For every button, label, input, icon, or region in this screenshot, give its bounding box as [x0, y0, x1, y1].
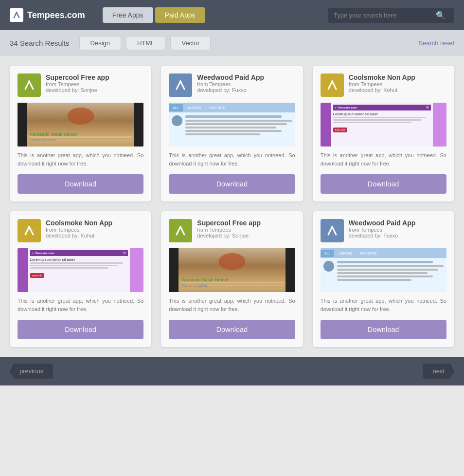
app-card-4: Supercool Free app from Tempees develope… — [161, 211, 303, 347]
card-header: Supercool Free app from Tempees develope… — [169, 219, 295, 242]
svg-point-6 — [331, 226, 333, 228]
card-title: Supercool Free app — [46, 73, 109, 81]
card-dev: developed by: Kohut — [349, 87, 415, 93]
prev-button[interactable]: previous — [10, 364, 53, 379]
svg-point-3 — [331, 80, 333, 82]
card-from: from Tempees — [349, 227, 416, 233]
svg-point-4 — [28, 226, 30, 228]
download-button[interactable]: Download — [321, 320, 446, 339]
svg-point-5 — [179, 226, 181, 228]
card-desc: This is another great app, which you not… — [169, 297, 295, 313]
free-apps-button[interactable]: Free Apps — [103, 7, 153, 23]
header: Tempees.com Free Apps Paid Apps 🔍 — [0, 0, 464, 30]
logo: Tempees.com — [10, 8, 85, 22]
search-bar: 🔍 — [328, 8, 454, 23]
card-desc: This is another great app, which you not… — [321, 297, 446, 313]
next-button[interactable]: next — [423, 364, 454, 379]
card-title-block: Weedwood Paid App from Tempees developed… — [349, 219, 416, 238]
card-dev: developed by: Sonjoe — [197, 233, 261, 238]
filter-vector[interactable]: Vector — [170, 36, 211, 50]
card-dev: developed by: Fuxxo — [197, 87, 264, 93]
card-from: from Tempees — [197, 81, 264, 87]
app-card-3: Coolsmoke Non App from Tempees developed… — [10, 211, 151, 347]
card-icon — [321, 219, 344, 242]
app-card-1: Weedwood Paid App from Tempees developed… — [161, 66, 303, 201]
card-dev: developed by: Sonjoe — [46, 87, 109, 93]
download-button[interactable]: Download — [18, 320, 143, 339]
download-button[interactable]: Download — [18, 174, 143, 194]
card-icon — [169, 73, 192, 97]
card-header: Weedwood Paid App from Tempees developed… — [321, 219, 446, 242]
svg-point-1 — [28, 80, 30, 82]
card-preview: Fantastic Steak DinnerDrinks included. — [18, 103, 143, 146]
app-card-0: Supercool Free app from Tempees develope… — [10, 66, 151, 201]
download-button[interactable]: Download — [169, 174, 295, 194]
footer: previous next — [0, 357, 464, 385]
sub-header: 34 Search Results Design HTML Vector Sea… — [0, 30, 464, 56]
card-title-block: Weedwood Paid App from Tempees developed… — [197, 73, 264, 93]
card-header: Weedwood Paid App from Tempees developed… — [169, 73, 295, 97]
app-grid: Supercool Free app from Tempees develope… — [10, 66, 454, 347]
card-preview: ≡ Tempees.com ✉ Lorem ipsum dolor sit am… — [18, 248, 143, 292]
card-desc: This is another great app, which you not… — [321, 151, 446, 167]
logo-icon — [10, 8, 23, 22]
filter-design[interactable]: Design — [79, 36, 121, 50]
card-title-block: Coolsmoke Non App from Tempees developed… — [349, 73, 415, 93]
card-header: Coolsmoke Non App from Tempees developed… — [18, 219, 143, 242]
card-preview: Fantastic Steak DinnerDrinks included. — [169, 248, 295, 292]
search-reset-button[interactable]: Search reset — [418, 39, 454, 47]
card-from: from Tempees — [46, 227, 112, 233]
card-icon — [321, 73, 344, 97]
card-title-block: Supercool Free app from Tempees develope… — [197, 219, 261, 238]
card-from: from Tempees — [46, 81, 109, 87]
logo-text: Tempees.com — [27, 10, 85, 20]
card-desc: This is another great app, which you not… — [169, 151, 295, 167]
card-icon — [18, 219, 41, 242]
card-title-block: Coolsmoke Non App from Tempees developed… — [46, 219, 112, 238]
card-title-block: Supercool Free app from Tempees develope… — [46, 73, 109, 93]
card-preview: ALL UNREAD FAVORITE — [169, 103, 295, 146]
card-title: Weedwood Paid App — [197, 73, 264, 81]
card-icon — [18, 73, 41, 97]
download-button[interactable]: Download — [321, 174, 446, 194]
search-input[interactable] — [332, 8, 434, 23]
filter-html[interactable]: HTML — [126, 36, 165, 50]
nav-buttons: Free Apps Paid Apps — [103, 7, 205, 23]
download-button[interactable]: Download — [169, 320, 295, 339]
card-header: Supercool Free app from Tempees develope… — [18, 73, 143, 97]
card-desc: This is another great app, which you not… — [18, 151, 143, 167]
app-card-2: Coolsmoke Non App from Tempees developed… — [313, 66, 454, 201]
card-title: Supercool Free app — [197, 219, 261, 227]
paid-apps-button[interactable]: Paid Apps — [155, 7, 205, 23]
search-button[interactable]: 🔍 — [434, 9, 447, 22]
svg-point-2 — [179, 80, 181, 82]
card-preview: ALL UNREAD FAVORITE — [321, 248, 446, 292]
card-from: from Tempees — [349, 81, 415, 87]
card-icon — [169, 219, 192, 242]
card-from: from Tempees — [197, 227, 261, 233]
card-dev: developed by: Fuxxo — [349, 233, 416, 238]
card-title: Coolsmoke Non App — [349, 73, 415, 81]
card-title: Coolsmoke Non App — [46, 219, 112, 227]
card-desc: This is another great app, which you not… — [18, 297, 143, 313]
main-content: Supercool Free app from Tempees develope… — [0, 56, 464, 357]
card-header: Coolsmoke Non App from Tempees developed… — [321, 73, 446, 97]
card-preview: ≡ Tempees.com ✉ Lorem ipsum dolor sit am… — [321, 103, 446, 146]
results-count: 34 Search Results — [10, 39, 70, 47]
card-title: Weedwood Paid App — [349, 219, 416, 227]
app-card-5: Weedwood Paid App from Tempees developed… — [313, 211, 454, 347]
svg-point-0 — [16, 12, 18, 13]
card-dev: developed by: Kohut — [46, 233, 112, 238]
